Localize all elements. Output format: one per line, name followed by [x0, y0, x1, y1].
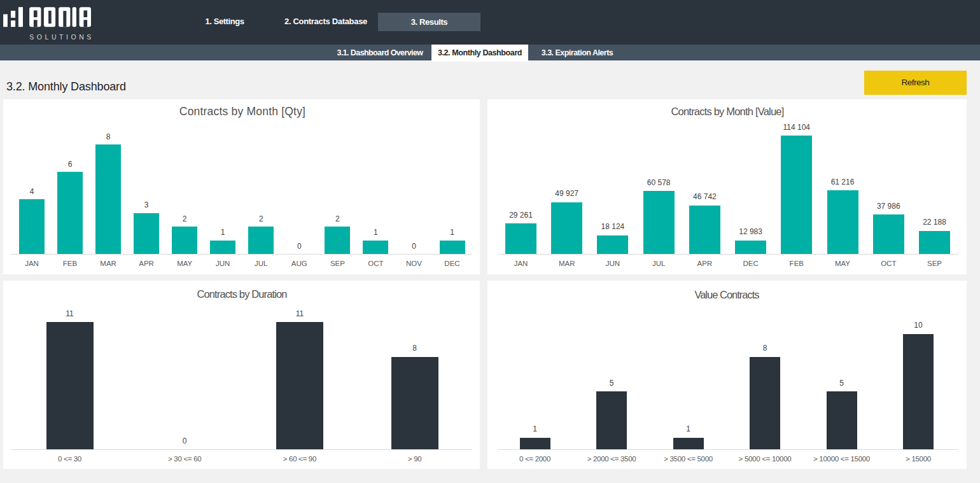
svg-text:SOLUTIONS: SOLUTIONS	[29, 33, 91, 41]
